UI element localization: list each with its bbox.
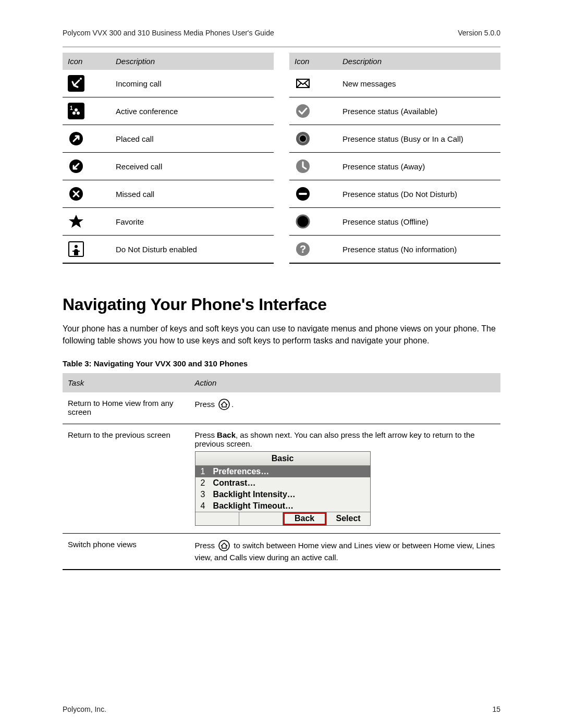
phone-menu-item: 2 Contrast… [195,477,370,489]
page: Polycom VVX 300 and 310 Business Media P… [0,0,563,728]
footer-right: 15 [492,705,500,713]
missed-call-icon [63,180,111,208]
action-text-after: to switch between Home view and Lines vi… [195,541,495,562]
table-row: Return to the previous screen Press Back… [63,424,500,534]
col-header-task: Task [63,373,190,392]
icon-desc: Incoming call [111,70,274,97]
col-header-description: Description [337,53,500,70]
presence-dnd-icon [289,180,337,208]
phone-titlebar: Basic [195,452,370,466]
placed-call-icon [63,125,111,153]
icon-desc: Do Not Disturb enabled [111,236,274,264]
new-messages-icon [289,70,337,97]
softkey-select: Select [326,512,370,525]
presence-available-icon [289,97,337,125]
menu-item-number: 2 [201,478,213,488]
menu-item-number: 1 [201,467,213,476]
action-cell: Press to switch between Home view and Li… [190,534,500,570]
icon-desc: Active conference [111,97,274,125]
softkey-blank [239,512,283,525]
dnd-enabled-icon [63,236,111,264]
svg-point-6 [75,108,78,112]
svg-text:1: 1 [70,105,73,111]
action-cell: Press . [190,392,500,424]
svg-point-1 [80,78,82,80]
icon-table-left: Icon Description Incoming call 1 Active … [63,53,274,264]
col-header-icon: Icon [63,53,111,70]
svg-marker-10 [69,215,83,228]
svg-point-12 [75,245,78,248]
svg-point-16 [299,135,307,142]
action-text-before: Press [195,400,217,409]
table-row: Switch phone views Press to switch betwe… [63,534,500,570]
presence-offline-icon [289,208,337,236]
home-key-icon [218,399,230,412]
icon-desc: Presence status (Offline) [337,208,500,236]
menu-item-label: Preferences… [213,467,367,476]
softkey-blank [195,512,239,525]
icon-desc: Favorite [111,208,274,236]
menu-item-label: Contrast… [213,478,367,488]
footer-left: Polycom, Inc. [63,705,106,713]
header-right: Version 5.0.0 [458,29,500,37]
intro-paragraph: Your phone has a number of keys and soft… [63,323,500,347]
presence-busy-icon [289,125,337,153]
table-row: Return to Home view from any screen Pres… [63,392,500,424]
menu-item-label: Backlight Timeout… [213,501,367,511]
icon-desc: Presence status (Do Not Disturb) [337,180,500,208]
svg-text:?: ? [300,243,306,255]
table-caption: Table 3: Navigating Your VVX 300 and 310… [63,359,500,368]
task-cell: Switch phone views [63,534,190,570]
svg-point-24 [219,540,229,551]
menu-item-number: 4 [201,501,213,511]
svg-point-5 [77,112,80,115]
home-key-icon [218,540,230,553]
action-text-before: Press [195,541,217,550]
svg-point-23 [219,399,229,410]
icon-reference-tables: Icon Description Incoming call 1 Active … [63,53,500,264]
softkey-back: Back [283,512,326,525]
action-text-bold: Back [217,430,236,439]
active-conference-icon: 1 [63,97,111,125]
icon-table-right: Icon Description New messages Presence s… [289,53,500,264]
page-header: Polycom VVX 300 and 310 Business Media P… [63,29,500,47]
phone-softkey-bar: Back Select [195,512,370,525]
incoming-call-icon [63,70,111,97]
action-text-before: Press [195,430,217,439]
section-heading: Navigating Your Phone's Interface [63,295,500,314]
icon-desc: Received call [111,153,274,180]
task-table: Task Action Return to Home view from any… [63,373,500,570]
col-header-icon: Icon [289,53,337,70]
phone-screenshot: Basic 1 Preferences… 2 Contrast… 3 Backl [195,451,371,526]
icon-desc: Presence status (Available) [337,97,500,125]
action-text-after: , as shown next. You can also press the … [195,430,475,448]
col-header-action: Action [190,373,500,392]
icon-desc: Placed call [111,125,274,153]
svg-point-14 [296,104,310,118]
header-left: Polycom VVX 300 and 310 Business Media P… [63,29,274,37]
presence-noinfo-icon: ? [289,236,337,264]
favorite-icon [63,208,111,236]
svg-rect-19 [299,193,307,195]
icon-desc: Presence status (No information) [337,236,500,264]
menu-item-label: Backlight Intensity… [213,490,367,499]
menu-item-number: 3 [201,490,213,499]
phone-menu-item: 1 Preferences… [195,466,370,477]
col-header-description: Description [111,53,274,70]
presence-away-icon [289,153,337,180]
phone-menu-item: 3 Backlight Intensity… [195,489,370,500]
action-text-after: . [231,400,234,409]
received-call-icon [63,153,111,180]
action-cell: Press Back, as shown next. You can also … [190,424,500,534]
phone-menu-item: 4 Backlight Timeout… [195,500,370,512]
icon-desc: Presence status (Away) [337,153,500,180]
phone-menu-list: 1 Preferences… 2 Contrast… 3 Backlight I… [195,466,370,512]
page-footer: Polycom, Inc. 15 [63,705,500,713]
icon-desc: New messages [337,70,500,97]
icon-desc: Presence status (Busy or In a Call) [337,125,500,153]
svg-point-4 [72,112,76,115]
task-cell: Return to Home view from any screen [63,392,190,424]
task-cell: Return to the previous screen [63,424,190,534]
icon-desc: Missed call [111,180,274,208]
svg-point-20 [297,215,309,228]
